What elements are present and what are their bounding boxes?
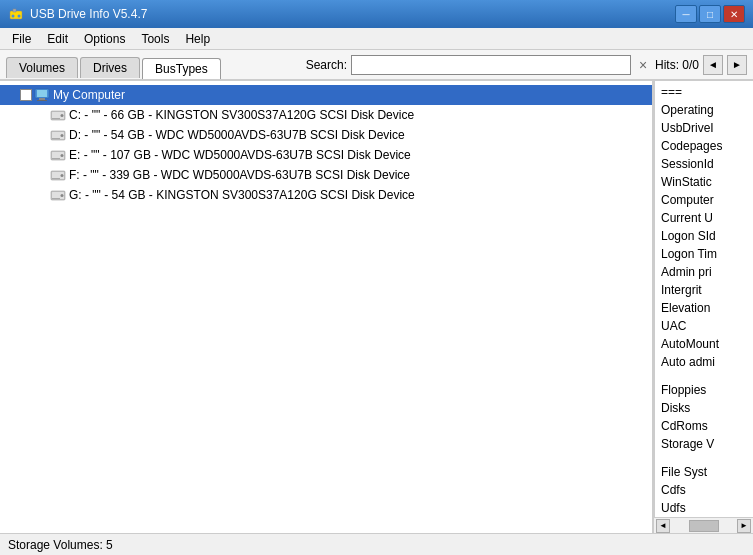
search-area: Search: × Hits: 0/0 ◄ ► <box>306 55 747 75</box>
right-item-cdroms: CdRoms <box>655 417 753 435</box>
tab-drives[interactable]: Drives <box>80 57 140 78</box>
drive-d-icon <box>50 127 66 143</box>
search-label: Search: <box>306 58 347 72</box>
title-bar: USB Drive Info V5.4.7 ─ □ ✕ <box>0 0 753 28</box>
tree-drive-f-label: F: - "" - 339 GB - WDC WD5000AVDS-63U7B … <box>69 168 410 182</box>
main-area: − My Computer C: - "" - 66 GB - KINGS <box>0 80 753 533</box>
drive-g-icon <box>50 187 66 203</box>
right-item-codepages: Codepages <box>655 137 753 155</box>
drive-f-icon <box>50 167 66 183</box>
right-item-adminpri: Admin pri <box>655 263 753 281</box>
tree-drive-c[interactable]: C: - "" - 66 GB - KINGSTON SV300S37A120G… <box>0 105 652 125</box>
svg-point-22 <box>61 174 64 177</box>
right-item-udfs: Udfs <box>655 499 753 517</box>
search-next-button[interactable]: ► <box>727 55 747 75</box>
tree-drive-f[interactable]: F: - "" - 339 GB - WDC WD5000AVDS-63U7B … <box>0 165 652 185</box>
menu-options[interactable]: Options <box>76 30 133 48</box>
tab-volumes[interactable]: Volumes <box>6 57 78 78</box>
svg-rect-27 <box>52 198 60 199</box>
minimize-button[interactable]: ─ <box>675 5 697 23</box>
search-input[interactable] <box>351 55 631 75</box>
hscroll-thumb[interactable] <box>689 520 719 532</box>
menu-help[interactable]: Help <box>177 30 218 48</box>
status-bar: Storage Volumes: 5 <box>0 533 753 555</box>
right-item-computer: Computer <box>655 191 753 209</box>
tree-drive-c-label: C: - "" - 66 GB - KINGSTON SV300S37A120G… <box>69 108 414 122</box>
svg-rect-19 <box>52 158 60 159</box>
right-item-sessionid: SessionId <box>655 155 753 173</box>
app-icon <box>8 6 24 22</box>
right-item-winstatic: WinStatic <box>655 173 753 191</box>
tab-bar: Volumes Drives BusTypes <box>6 52 223 78</box>
right-item-logonsid: Logon SId <box>655 227 753 245</box>
svg-point-2 <box>12 15 15 18</box>
right-item-storagev: Storage V <box>655 435 753 453</box>
menu-bar: File Edit Options Tools Help <box>0 28 753 50</box>
svg-point-10 <box>61 114 64 117</box>
right-item-currentu: Current U <box>655 209 753 227</box>
right-item-uac: UAC <box>655 317 753 335</box>
tree-drive-e-label: E: - "" - 107 GB - WDC WD5000AVDS-63U7B … <box>69 148 411 162</box>
svg-rect-23 <box>52 178 60 179</box>
svg-rect-6 <box>39 98 45 100</box>
tree-root-label: My Computer <box>53 88 125 102</box>
hscroll-right-button[interactable]: ► <box>737 519 751 533</box>
hits-label: Hits: 0/0 <box>655 58 699 72</box>
search-clear-button[interactable]: × <box>635 57 651 73</box>
right-item-cdfs: Cdfs <box>655 481 753 499</box>
status-text: Storage Volumes: 5 <box>8 538 113 552</box>
svg-point-3 <box>18 15 21 18</box>
tree-drive-d[interactable]: D: - "" - 54 GB - WDC WD5000AVDS-63U7B S… <box>0 125 652 145</box>
tree-drive-d-label: D: - "" - 54 GB - WDC WD5000AVDS-63U7B S… <box>69 128 405 142</box>
right-item-sep1: === <box>655 83 753 101</box>
right-item-floppies: Floppies <box>655 381 753 399</box>
toolbar: Volumes Drives BusTypes Search: × Hits: … <box>0 50 753 80</box>
menu-file[interactable]: File <box>4 30 39 48</box>
right-item-usbdrivei: UsbDriveI <box>655 119 753 137</box>
svg-rect-5 <box>37 90 47 97</box>
right-panel[interactable]: === Operating UsbDriveI Codepages Sessio… <box>654 81 753 517</box>
right-item-intergrit: Intergrit <box>655 281 753 299</box>
right-item-automount: AutoMount <box>655 335 753 353</box>
svg-rect-7 <box>37 100 47 101</box>
right-item-filesyst: File Syst <box>655 463 753 481</box>
search-prev-button[interactable]: ◄ <box>703 55 723 75</box>
hscroll-left-button[interactable]: ◄ <box>656 519 670 533</box>
computer-icon <box>34 87 50 103</box>
tree-expand-root[interactable]: − <box>20 89 32 101</box>
tree-drive-g-label: G: - "" - 54 GB - KINGSTON SV300S37A120G… <box>69 188 415 202</box>
svg-rect-1 <box>13 9 16 12</box>
window-controls: ─ □ ✕ <box>675 5 745 23</box>
right-item-sep2 <box>655 371 753 381</box>
tree-panel[interactable]: − My Computer C: - "" - 66 GB - KINGS <box>0 81 653 533</box>
svg-point-14 <box>61 134 64 137</box>
svg-rect-11 <box>52 118 60 119</box>
close-button[interactable]: ✕ <box>723 5 745 23</box>
menu-edit[interactable]: Edit <box>39 30 76 48</box>
tree-drive-g[interactable]: G: - "" - 54 GB - KINGSTON SV300S37A120G… <box>0 185 652 205</box>
right-panel-hscrollbar[interactable]: ◄ ► <box>654 517 753 533</box>
right-item-disks: Disks <box>655 399 753 417</box>
window-title: USB Drive Info V5.4.7 <box>30 7 147 21</box>
right-item-logontim: Logon Tim <box>655 245 753 263</box>
right-item-sep3 <box>655 453 753 463</box>
svg-point-18 <box>61 154 64 157</box>
svg-point-26 <box>61 194 64 197</box>
menu-tools[interactable]: Tools <box>133 30 177 48</box>
tree-drive-e[interactable]: E: - "" - 107 GB - WDC WD5000AVDS-63U7B … <box>0 145 652 165</box>
right-container: === Operating UsbDriveI Codepages Sessio… <box>653 81 753 533</box>
svg-rect-15 <box>52 138 60 139</box>
right-item-autoadmi: Auto admi <box>655 353 753 371</box>
tree-root[interactable]: − My Computer <box>0 85 652 105</box>
drive-e-icon <box>50 147 66 163</box>
drive-c-icon <box>50 107 66 123</box>
right-item-operating: Operating <box>655 101 753 119</box>
maximize-button[interactable]: □ <box>699 5 721 23</box>
right-item-elevation: Elevation <box>655 299 753 317</box>
tab-bustypes[interactable]: BusTypes <box>142 58 221 79</box>
